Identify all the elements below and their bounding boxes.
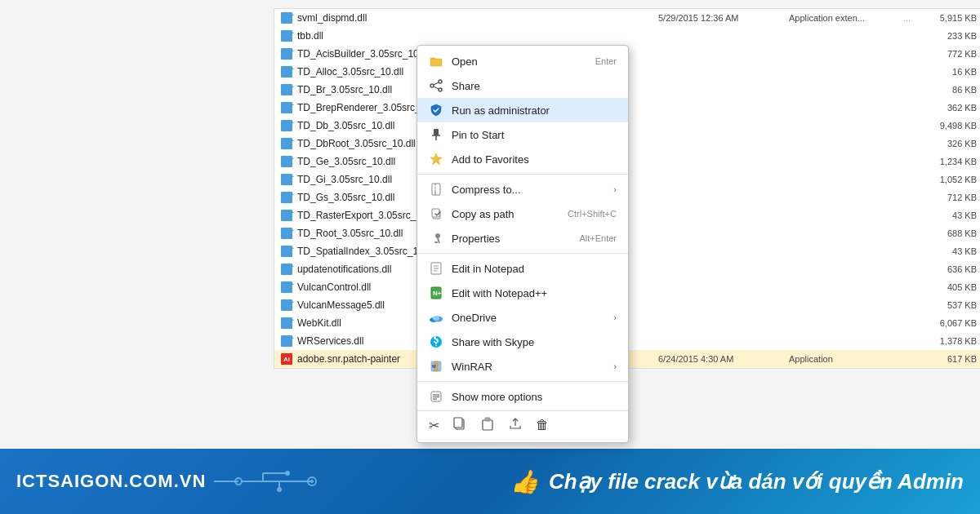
menu-properties-shortcut: Alt+Enter — [579, 233, 617, 243]
file-size: 1,052 KB — [920, 175, 977, 184]
folder-icon — [429, 54, 443, 69]
menu-item-copy-path[interactable]: Copy as path Ctrl+Shift+C — [417, 202, 628, 226]
file-icon — [281, 12, 292, 24]
menu-item-share[interactable]: Share — [417, 73, 628, 98]
menu-pin-label: Pin to Start — [452, 129, 617, 141]
menu-share-label: Share — [452, 80, 617, 92]
circuit-decoration — [214, 465, 328, 498]
svg-point-6 — [439, 80, 442, 83]
svg-rect-5 — [430, 59, 442, 66]
menu-copy-path-shortcut: Ctrl+Shift+C — [568, 209, 617, 219]
footer: ICTSAIGON.COM.VN 👍 Chạy file crack vừa d… — [0, 449, 980, 514]
winrar-arrow-icon: › — [613, 361, 617, 371]
menu-open-label: Open — [452, 55, 589, 68]
svg-text:N+: N+ — [433, 290, 442, 297]
file-size: 1,378 KB — [920, 336, 977, 346]
adobe-icon: Ai — [281, 353, 292, 365]
menu-item-properties[interactable]: Properties Alt+Enter — [417, 226, 628, 250]
file-icon — [281, 281, 292, 293]
menu-separator-1 — [417, 174, 628, 175]
footer-left: ICTSAIGON.COM.VN — [16, 465, 328, 498]
file-type: Application exten... — [789, 13, 903, 23]
menu-item-compress[interactable]: Compress to... › — [417, 177, 628, 202]
menu-item-show-more[interactable]: Show more options — [417, 384, 628, 409]
delete-toolbar-icon[interactable]: 🗑 — [536, 418, 549, 432]
svg-point-57 — [310, 480, 314, 483]
file-icon — [281, 228, 292, 239]
menu-winrar-label: WinRAR — [452, 361, 613, 373]
file-size-adobe: 617 KB — [920, 354, 977, 364]
file-icon — [281, 210, 292, 221]
wrench-icon — [429, 231, 443, 246]
table-row[interactable]: tbb.dll 233 KB — [274, 27, 980, 45]
file-size: 772 KB — [920, 49, 977, 59]
copy-path-icon — [429, 206, 443, 221]
file-icon — [281, 120, 292, 131]
footer-tagline: Chạy file crack vừa dán với quyền Admin — [549, 469, 964, 494]
svg-rect-42 — [454, 418, 462, 428]
file-size: 43 KB — [920, 246, 977, 256]
menu-edit-notepad-label: Edit in Notepad — [452, 263, 617, 275]
menu-item-run-admin[interactable]: Run as administrator — [417, 98, 628, 122]
svg-rect-18 — [434, 188, 436, 190]
zip-icon — [429, 182, 443, 197]
share-icon — [429, 78, 443, 93]
shield-icon — [429, 103, 443, 117]
menu-item-favorites[interactable]: Add to Favorites — [417, 147, 628, 171]
file-size: 43 KB — [920, 210, 977, 220]
file-icon — [281, 174, 292, 185]
file-name: tbb.dll — [297, 30, 658, 42]
menu-item-pin-start[interactable]: Pin to Start — [417, 122, 628, 147]
file-icon — [281, 246, 292, 257]
thumb-icon: 👍 — [510, 468, 539, 495]
paste-toolbar-icon[interactable] — [480, 416, 495, 434]
file-size: 9,498 KB — [920, 121, 977, 131]
file-icon — [281, 138, 292, 149]
file-icon — [281, 84, 292, 95]
svg-text:W: W — [432, 364, 436, 369]
svg-rect-22 — [434, 241, 438, 243]
menu-copy-path-label: Copy as path — [452, 208, 561, 220]
menu-item-skype[interactable]: Share with Skype — [417, 330, 628, 354]
share-toolbar-icon[interactable] — [508, 416, 523, 434]
menu-bottom-toolbar: ✂ 🗑 — [417, 410, 628, 439]
menu-item-edit-notepad[interactable]: Edit in Notepad — [417, 256, 628, 281]
file-icon — [281, 264, 292, 275]
file-icon — [281, 299, 292, 311]
file-icon — [281, 48, 292, 60]
file-icon — [281, 66, 292, 78]
svg-point-33 — [435, 345, 437, 347]
file-size: 537 KB — [920, 300, 977, 310]
onedrive-icon — [429, 310, 443, 325]
skype-icon — [429, 335, 443, 349]
file-icon — [281, 335, 292, 347]
file-date: 5/29/2015 12:36 AM — [658, 13, 789, 23]
file-size: 1,234 KB — [920, 157, 977, 166]
svg-line-9 — [434, 82, 439, 85]
file-size: 16 KB — [920, 67, 977, 77]
pin-icon — [429, 127, 443, 142]
file-size: 233 KB — [920, 31, 977, 41]
menu-favorites-label: Add to Favorites — [452, 153, 617, 166]
file-date-adobe: 6/24/2015 4:30 AM — [658, 354, 789, 364]
menu-item-edit-notepadpp[interactable]: N+ Edit with Notepad++ — [417, 281, 628, 305]
table-row[interactable]: svml_dispmd.dll 5/29/2015 12:36 AM Appli… — [274, 9, 980, 27]
menu-properties-label: Properties — [452, 233, 572, 245]
svg-rect-11 — [434, 129, 439, 135]
more-icon — [429, 389, 443, 404]
file-icon — [281, 30, 292, 42]
menu-item-onedrive[interactable]: OneDrive › — [417, 305, 628, 330]
svg-rect-19 — [434, 192, 436, 193]
file-size: 326 KB — [920, 139, 977, 148]
menu-skype-label: Share with Skype — [452, 336, 617, 348]
copy-toolbar-icon[interactable] — [452, 416, 467, 434]
file-size: 6,067 KB — [920, 318, 977, 328]
file-icon — [281, 192, 292, 203]
menu-item-winrar[interactable]: W WinRAR › — [417, 354, 628, 379]
context-menu: Open Enter Share Run as administrator Pi… — [416, 45, 629, 443]
cut-toolbar-icon[interactable]: ✂ — [429, 418, 439, 433]
file-icon — [281, 317, 292, 329]
menu-separator-2 — [417, 253, 628, 254]
menu-item-open[interactable]: Open Enter — [417, 49, 628, 73]
menu-separator-3 — [417, 381, 628, 382]
